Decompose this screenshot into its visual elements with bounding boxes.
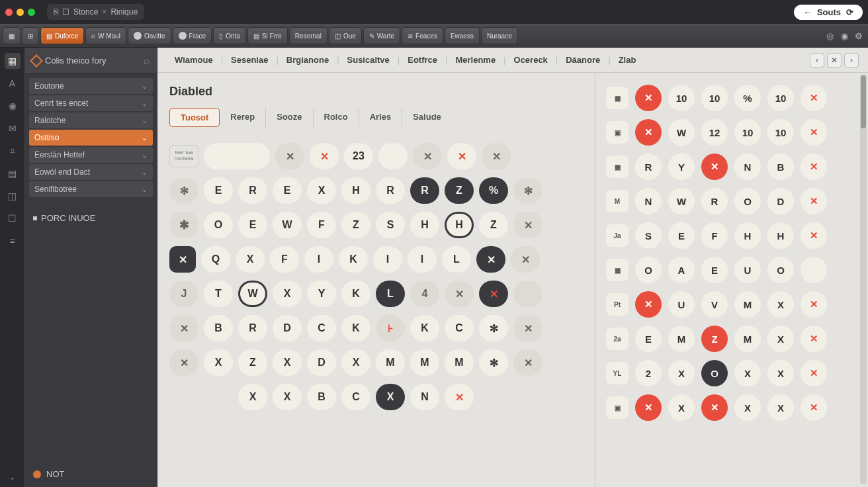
right-cell-4-1[interactable]: E	[668, 222, 695, 249]
grid-pill-6-6[interactable]: X	[376, 384, 405, 410]
grid-pill-1-8[interactable]: H	[445, 212, 474, 238]
menubar-item-7[interactable]: Dáanore	[558, 48, 608, 73]
right-cell-9-4[interactable]: X	[767, 394, 794, 421]
grid-pill-3-6[interactable]: L	[376, 281, 405, 307]
grid-pill-1-3[interactable]: W	[273, 212, 302, 238]
rail-icon-1[interactable]: A	[5, 75, 21, 91]
grid-pill-0-5[interactable]: H	[341, 177, 370, 204]
window-tab-1[interactable]: ⎘ ☐ Stonce × Rinique	[47, 4, 144, 20]
grid-pill-6-3[interactable]: X	[273, 384, 302, 410]
grid-pill-5-4[interactable]: D	[307, 349, 336, 376]
toolbar-button-10[interactable]: ✎Warte	[363, 27, 400, 44]
right-cell-2-4[interactable]: B	[767, 154, 794, 180]
grid-pill-5-1[interactable]: X	[204, 349, 233, 376]
grid-pill-0-3[interactable]: E	[273, 177, 302, 204]
right-cell-8-5[interactable]: ✕	[801, 360, 827, 386]
top-pill-0[interactable]	[204, 143, 270, 169]
grid-pill-4-5[interactable]: K	[341, 315, 370, 341]
grid-pill-3-4[interactable]: Y	[307, 281, 336, 307]
grid-pill-0-8[interactable]: Z	[445, 177, 474, 204]
grid-pill-4-0[interactable]: ✕	[169, 315, 198, 341]
grid-pill-4-3[interactable]: D	[273, 315, 302, 341]
right-cell-3-1[interactable]: W	[668, 188, 695, 214]
top-pill-4[interactable]	[378, 143, 408, 169]
right-cell-3-3[interactable]: O	[734, 188, 761, 214]
maximize-window-icon[interactable]	[28, 9, 35, 16]
right-row-header-6[interactable]: Pt	[606, 293, 629, 316]
right-cell-9-0[interactable]: ✕	[635, 394, 662, 421]
right-cell-0-3[interactable]: %	[734, 85, 761, 111]
menubar-item-2[interactable]: Brgianone	[279, 48, 337, 73]
grid-pill-1-0[interactable]: ✱	[169, 212, 198, 238]
refresh-icon[interactable]: ⟳	[846, 7, 853, 17]
toolbar-button-12[interactable]: Ewaess	[445, 27, 480, 44]
grid-pill-2-8[interactable]: L	[442, 246, 471, 273]
right-cell-8-1[interactable]: X	[668, 360, 695, 386]
toolbar-right-icon-2[interactable]: ⚙	[852, 29, 865, 42]
right-cell-1-4[interactable]: 10	[767, 119, 794, 146]
grid-pill-3-5[interactable]: K	[341, 281, 370, 307]
right-cell-6-4[interactable]: X	[767, 291, 794, 318]
panel-tab-4[interactable]: Arles	[359, 108, 403, 127]
grid-pill-2-6[interactable]: I	[373, 246, 402, 273]
grid-pill-3-1[interactable]: T	[204, 281, 233, 307]
grid-pill-2-4[interactable]: I	[304, 246, 333, 273]
grid-pill-5-7[interactable]: M	[410, 349, 439, 376]
grid-pill-0-0[interactable]: ✻	[169, 177, 198, 204]
grid-pill-3-9[interactable]: ✕	[479, 281, 508, 307]
grid-pill-3-2[interactable]: W	[238, 281, 267, 307]
sidebar-item-6[interactable]: Senifibotree⌄	[29, 181, 153, 197]
grid-pill-4-7[interactable]: K	[410, 315, 439, 341]
grid-pill-5-8[interactable]: M	[445, 349, 474, 376]
rail-icon-6[interactable]: ◫	[5, 188, 21, 204]
toolbar-button-4[interactable]: Oavitte	[128, 27, 171, 44]
right-cell-8-3[interactable]: X	[734, 360, 761, 386]
grid-pill-6-4[interactable]: B	[307, 384, 336, 410]
sidebar-item-0[interactable]: Eoutone⌄	[29, 78, 153, 94]
right-cell-3-0[interactable]: N	[635, 188, 662, 214]
right-cell-7-5[interactable]: ✕	[801, 326, 827, 352]
grid-pill-4-10[interactable]: ✕	[513, 315, 542, 341]
panel-tab-3[interactable]: Rolco	[314, 108, 359, 127]
grid-pill-5-10[interactable]: ✕	[513, 349, 542, 376]
right-cell-8-4[interactable]: X	[767, 360, 794, 386]
grid-pill-0-10[interactable]: ✻	[513, 177, 542, 204]
rail-icon-0[interactable]: ▦	[5, 53, 21, 69]
panel-tab-2[interactable]: Sooze	[266, 108, 313, 127]
rail-icon-4[interactable]: ⌗	[5, 143, 21, 159]
grid-pill-2-3[interactable]: F	[270, 246, 299, 273]
scrollbar[interactable]	[860, 74, 867, 484]
sidebar-action[interactable]: PORC INUOE	[25, 206, 157, 230]
right-cell-5-5[interactable]	[801, 257, 827, 283]
right-cell-6-3[interactable]: M	[734, 291, 761, 318]
right-cell-7-1[interactable]: M	[668, 326, 695, 352]
sidebar-item-2[interactable]: Ralotche⌄	[29, 112, 153, 128]
grid-pill-6-7[interactable]: N	[410, 384, 439, 410]
top-pill-3[interactable]: 23	[344, 143, 373, 169]
right-row-header-1[interactable]: ▣	[606, 121, 629, 144]
right-cell-5-2[interactable]: E	[701, 257, 728, 283]
right-row-header-7[interactable]: 2a	[606, 328, 629, 350]
top-pill-6[interactable]: ✕	[447, 143, 476, 169]
right-cell-0-4[interactable]: 10	[767, 85, 794, 111]
menubar-item-3[interactable]: Susicaltve	[339, 48, 398, 73]
right-cell-0-5[interactable]: ✕	[801, 85, 827, 111]
right-cell-0-0[interactable]: ✕	[635, 85, 662, 111]
grid-pill-5-3[interactable]: X	[273, 349, 302, 376]
right-cell-1-2[interactable]: 12	[701, 119, 728, 146]
toolbar-right-icon-1[interactable]: ◉	[838, 29, 851, 42]
menubar-item-8[interactable]: Zlab	[611, 48, 644, 73]
grid-pill-6-5[interactable]: C	[341, 384, 370, 410]
sidebar-item-3[interactable]: Osttiso⌄	[29, 130, 153, 146]
grid-pill-5-6[interactable]: M	[376, 349, 405, 376]
right-cell-0-1[interactable]: 10	[668, 85, 695, 111]
sidebar-item-5[interactable]: Eowól end Dact⌄	[29, 164, 153, 180]
rail-icon-3[interactable]: ✉	[5, 120, 21, 136]
right-row-header-9[interactable]: ▣	[606, 396, 629, 419]
right-cell-6-2[interactable]: V	[701, 291, 728, 318]
right-cell-3-2[interactable]: R	[701, 188, 728, 214]
right-row-header-5[interactable]: ▦	[606, 259, 629, 281]
grid-pill-6-8[interactable]: ✕	[445, 384, 474, 410]
menubar-item-4[interactable]: Eotfrce	[400, 48, 445, 73]
grid-pill-2-2[interactable]: X	[236, 246, 265, 273]
